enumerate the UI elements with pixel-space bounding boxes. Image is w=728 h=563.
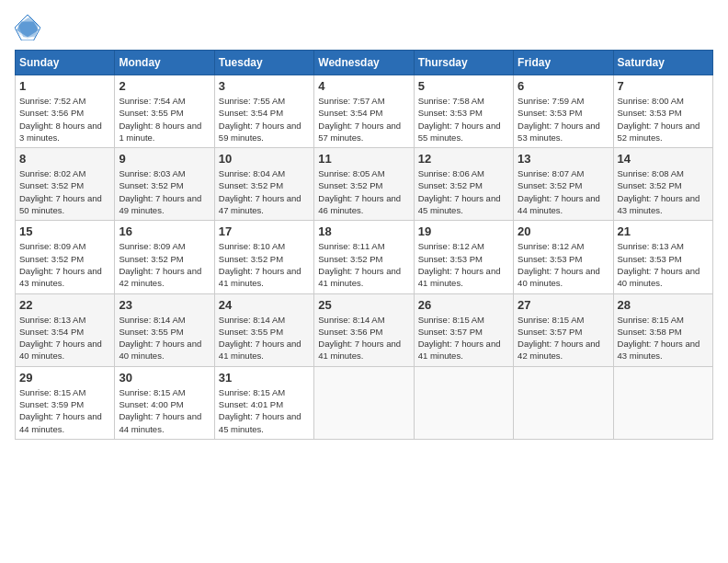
daylight-minutes: 46 minutes. <box>318 205 363 215</box>
daylight-minutes: 43 minutes. <box>19 278 64 288</box>
day-number: 26 <box>418 298 509 312</box>
calendar-cell: 8 Sunrise: 8:02 AM Sunset: 3:52 PM Dayli… <box>16 148 115 221</box>
daylight-minutes: 41 minutes. <box>219 278 264 288</box>
daylight-minutes: 40 minutes. <box>119 350 164 361</box>
logo-icon <box>15 15 40 40</box>
daylight-label: Daylight: 7 hours and <box>518 121 600 131</box>
calendar-cell: 10 Sunrise: 8:04 AM Sunset: 3:52 PM Dayl… <box>214 148 313 221</box>
day-info: Sunrise: 8:02 AM Sunset: 3:52 PM Dayligh… <box>19 167 110 216</box>
day-info: Sunrise: 8:15 AM Sunset: 3:57 PM Dayligh… <box>518 314 609 362</box>
daylight-minutes: 41 minutes. <box>418 278 463 288</box>
daylight-minutes: 41 minutes. <box>318 350 363 361</box>
daylight-minutes: 52 minutes. <box>618 132 663 143</box>
daylight-minutes: 43 minutes. <box>618 205 663 215</box>
daylight-minutes: 44 minutes. <box>518 205 563 215</box>
day-info: Sunrise: 8:09 AM Sunset: 3:52 PM Dayligh… <box>119 240 210 289</box>
daylight-label: Daylight: 7 hours and <box>318 121 401 131</box>
day-info: Sunrise: 8:08 AM Sunset: 3:52 PM Dayligh… <box>618 167 709 216</box>
daylight-minutes: 1 minute. <box>119 132 154 143</box>
day-info: Sunrise: 8:00 AM Sunset: 3:53 PM Dayligh… <box>618 95 709 144</box>
calendar-cell: 28 Sunrise: 8:15 AM Sunset: 3:58 PM Dayl… <box>613 293 712 366</box>
daylight-label: Daylight: 7 hours and <box>119 411 201 421</box>
daylight-label: Daylight: 7 hours and <box>318 193 401 203</box>
daylight-minutes: 44 minutes. <box>19 424 64 434</box>
day-number: 17 <box>219 224 310 238</box>
day-info: Sunrise: 7:58 AM Sunset: 3:53 PM Dayligh… <box>418 95 509 144</box>
day-number: 20 <box>518 224 609 238</box>
daylight-minutes: 40 minutes. <box>518 278 563 288</box>
day-number: 21 <box>618 224 709 238</box>
daylight-minutes: 59 minutes. <box>219 132 264 143</box>
calendar-cell: 21 Sunrise: 8:13 AM Sunset: 3:53 PM Dayl… <box>613 221 712 293</box>
calendar-cell: 7 Sunrise: 8:00 AM Sunset: 3:53 PM Dayli… <box>613 75 712 148</box>
logo <box>15 15 44 40</box>
daylight-label: Daylight: 7 hours and <box>418 121 501 131</box>
daylight-label: Daylight: 7 hours and <box>19 339 102 349</box>
day-number: 24 <box>219 298 310 312</box>
calendar-cell: 15 Sunrise: 8:09 AM Sunset: 3:52 PM Dayl… <box>16 221 115 293</box>
daylight-label: Daylight: 7 hours and <box>418 193 501 203</box>
daylight-minutes: 41 minutes. <box>418 350 463 361</box>
daylight-label: Daylight: 7 hours and <box>518 339 600 349</box>
calendar-cell <box>414 366 513 439</box>
day-info: Sunrise: 8:15 AM Sunset: 3:58 PM Dayligh… <box>618 314 709 362</box>
day-number: 25 <box>318 298 409 312</box>
daylight-label: Daylight: 7 hours and <box>219 411 301 421</box>
calendar-cell: 18 Sunrise: 8:11 AM Sunset: 3:52 PM Dayl… <box>314 221 414 293</box>
daylight-label: Daylight: 8 hours and <box>119 121 201 131</box>
day-number: 31 <box>219 371 310 385</box>
calendar-week-row: 1 Sunrise: 7:52 AM Sunset: 3:56 PM Dayli… <box>16 75 713 148</box>
day-info: Sunrise: 8:15 AM Sunset: 3:57 PM Dayligh… <box>418 314 509 362</box>
daylight-label: Daylight: 7 hours and <box>518 266 600 276</box>
calendar-cell: 5 Sunrise: 7:58 AM Sunset: 3:53 PM Dayli… <box>414 75 513 148</box>
daylight-minutes: 47 minutes. <box>219 205 264 215</box>
day-number: 29 <box>19 371 110 385</box>
daylight-label: Daylight: 7 hours and <box>219 121 301 131</box>
day-info: Sunrise: 8:04 AM Sunset: 3:52 PM Dayligh… <box>219 167 310 216</box>
daylight-label: Daylight: 7 hours and <box>219 339 301 349</box>
day-number: 11 <box>318 152 409 166</box>
calendar-cell: 29 Sunrise: 8:15 AM Sunset: 3:59 PM Dayl… <box>16 366 115 439</box>
day-number: 6 <box>518 79 609 93</box>
calendar-cell: 20 Sunrise: 8:12 AM Sunset: 3:53 PM Dayl… <box>514 221 613 293</box>
day-number: 27 <box>518 298 609 312</box>
calendar-cell: 26 Sunrise: 8:15 AM Sunset: 3:57 PM Dayl… <box>414 293 513 366</box>
day-info: Sunrise: 8:09 AM Sunset: 3:52 PM Dayligh… <box>19 240 110 289</box>
calendar-cell: 2 Sunrise: 7:54 AM Sunset: 3:55 PM Dayli… <box>115 75 214 148</box>
day-number: 14 <box>618 152 709 166</box>
weekday-header: Thursday <box>414 51 513 75</box>
day-info: Sunrise: 8:15 AM Sunset: 4:00 PM Dayligh… <box>119 386 210 435</box>
daylight-minutes: 45 minutes. <box>219 424 264 434</box>
day-info: Sunrise: 7:54 AM Sunset: 3:55 PM Dayligh… <box>119 95 210 144</box>
day-info: Sunrise: 8:12 AM Sunset: 3:53 PM Dayligh… <box>518 240 609 289</box>
calendar-cell: 11 Sunrise: 8:05 AM Sunset: 3:52 PM Dayl… <box>314 148 414 221</box>
daylight-minutes: 41 minutes. <box>219 350 264 361</box>
day-number: 16 <box>119 224 210 238</box>
daylight-label: Daylight: 7 hours and <box>219 193 301 203</box>
day-info: Sunrise: 7:52 AM Sunset: 3:56 PM Dayligh… <box>19 95 110 144</box>
day-info: Sunrise: 8:13 AM Sunset: 3:53 PM Dayligh… <box>618 240 709 289</box>
calendar-cell: 1 Sunrise: 7:52 AM Sunset: 3:56 PM Dayli… <box>16 75 115 148</box>
daylight-minutes: 53 minutes. <box>518 132 563 143</box>
daylight-minutes: 55 minutes. <box>418 132 463 143</box>
calendar-cell: 30 Sunrise: 8:15 AM Sunset: 4:00 PM Dayl… <box>115 366 214 439</box>
calendar-week-row: 8 Sunrise: 8:02 AM Sunset: 3:52 PM Dayli… <box>16 148 713 221</box>
calendar-cell: 9 Sunrise: 8:03 AM Sunset: 3:52 PM Dayli… <box>115 148 214 221</box>
daylight-label: Daylight: 7 hours and <box>119 266 201 276</box>
day-info: Sunrise: 7:55 AM Sunset: 3:54 PM Dayligh… <box>219 95 310 144</box>
day-number: 30 <box>119 371 210 385</box>
day-number: 10 <box>219 152 310 166</box>
weekday-header: Friday <box>514 51 613 75</box>
day-info: Sunrise: 8:15 AM Sunset: 4:01 PM Dayligh… <box>219 386 310 435</box>
calendar-header-row: SundayMondayTuesdayWednesdayThursdayFrid… <box>16 51 713 75</box>
day-info: Sunrise: 8:13 AM Sunset: 3:54 PM Dayligh… <box>19 314 110 362</box>
calendar-cell: 4 Sunrise: 7:57 AM Sunset: 3:54 PM Dayli… <box>314 75 414 148</box>
daylight-label: Daylight: 7 hours and <box>418 339 501 349</box>
day-number: 19 <box>418 224 509 238</box>
daylight-minutes: 44 minutes. <box>119 424 164 434</box>
daylight-label: Daylight: 7 hours and <box>19 193 102 203</box>
day-number: 15 <box>19 224 110 238</box>
day-number: 22 <box>19 298 110 312</box>
day-number: 8 <box>19 152 110 166</box>
daylight-label: Daylight: 7 hours and <box>418 266 501 276</box>
